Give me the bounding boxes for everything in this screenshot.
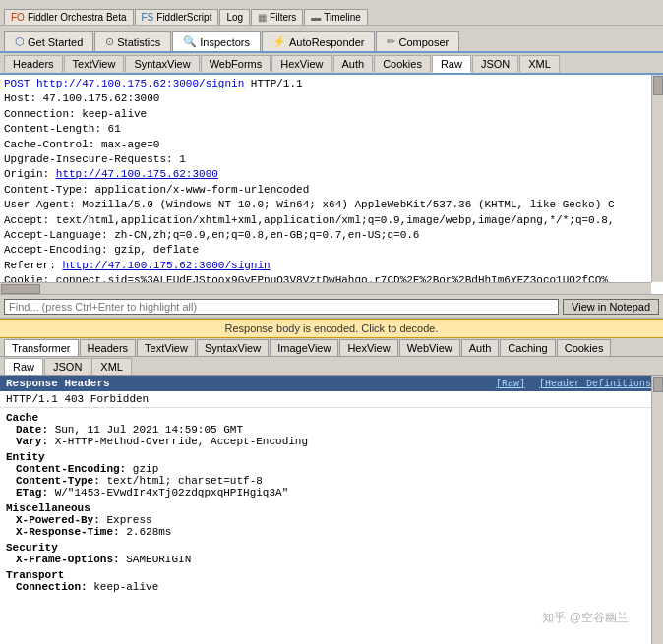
subtab-headers[interactable]: Headers bbox=[4, 55, 63, 72]
request-subtab-bar: Headers TextView SyntaxView WebForms Hex… bbox=[0, 53, 663, 75]
cache-prop-0: Date: Sun, 11 Jul 2021 14:59:05 GMT bbox=[16, 424, 651, 436]
req-line-1: Host: 47.100.175.62:3000 bbox=[4, 91, 659, 106]
resp-subtab-json[interactable]: JSON bbox=[44, 358, 90, 375]
tab-autoresponder[interactable]: ⚡ AutoResponder bbox=[262, 31, 375, 51]
resp-tab-auth[interactable]: Auth bbox=[461, 339, 500, 356]
section-cache-body: Date: Sun, 11 Jul 2021 14:59:05 GMT Vary… bbox=[0, 424, 651, 447]
main-tab-bar: ⬡ Get Started ⊙ Statistics 🔍 Inspectors … bbox=[0, 26, 663, 53]
resp-tab-transformer[interactable]: Transformer bbox=[4, 339, 79, 356]
section-transport: Transport Connection: keep-alive bbox=[0, 569, 651, 593]
resp-tab-imageview[interactable]: ImageView bbox=[270, 339, 338, 356]
fs-icon: FS bbox=[142, 12, 154, 23]
find-input[interactable] bbox=[4, 299, 559, 315]
tab-fiddlerscript[interactable]: FS FiddlerScript bbox=[135, 9, 219, 25]
vertical-scrollbar[interactable] bbox=[651, 75, 663, 282]
resp-tab-webview[interactable]: WebView bbox=[399, 339, 460, 356]
response-tab-bar: Transformer Headers TextView SyntaxView … bbox=[0, 338, 663, 357]
req-line-9: Accept: text/html,application/xhtml+xml,… bbox=[4, 213, 659, 228]
entity-prop-2: ETag: W/"1453-EVwdIr4xTj02zdqpxqHPIHgiq3… bbox=[16, 487, 651, 498]
horizontal-scrollbar[interactable] bbox=[0, 282, 651, 294]
tab-inspectors[interactable]: 🔍 Inspectors bbox=[172, 31, 261, 51]
subtab-syntaxview[interactable]: SyntaxView bbox=[125, 55, 199, 72]
header-defs-link[interactable]: [Header Definitions] bbox=[539, 379, 657, 389]
subtab-textview[interactable]: TextView bbox=[64, 55, 125, 72]
tab-fiddler-orchestra[interactable]: FO Fiddler Orchestra Beta bbox=[4, 9, 134, 25]
app-tab-bar: FO Fiddler Orchestra Beta FS FiddlerScri… bbox=[0, 0, 663, 26]
resp-tab-headers[interactable]: Headers bbox=[80, 339, 137, 356]
inspectors-icon: 🔍 bbox=[183, 35, 197, 48]
req-line-2: Connection: keep-alive bbox=[4, 107, 659, 122]
req-line-0: POST http://47.100.175.62:3000/signin HT… bbox=[4, 77, 659, 91]
decode-banner[interactable]: Response body is encoded. Click to decod… bbox=[0, 319, 663, 338]
entity-prop-1: Content-Type: text/html; charset=utf-8 bbox=[16, 475, 651, 487]
transport-prop-0: Connection: keep-alive bbox=[16, 581, 651, 593]
resp-tab-caching[interactable]: Caching bbox=[500, 339, 555, 356]
status-line: HTTP/1.1 403 Forbidden bbox=[0, 391, 663, 408]
request-text-area: POST http://47.100.175.62:3000/signin HT… bbox=[0, 75, 663, 294]
scrollbar-thumb-h[interactable] bbox=[1, 284, 40, 294]
scrollbar-thumb-v[interactable] bbox=[653, 76, 663, 95]
resp-tab-cookies[interactable]: Cookies bbox=[557, 339, 612, 356]
section-misc: Miscellaneous X-Powered-By: Express X-Re… bbox=[0, 502, 651, 538]
req-line-3: Content-Length: 61 bbox=[4, 122, 659, 137]
response-headers-area: Response Headers [Raw] [Header Definitio… bbox=[0, 376, 663, 644]
section-cache: Cache Date: Sun, 11 Jul 2021 14:59:05 GM… bbox=[0, 412, 651, 447]
section-entity-title: Entity bbox=[0, 451, 651, 463]
misc-prop-0: X-Powered-By: Express bbox=[16, 514, 651, 526]
req-line-4: Cache-Control: max-age=0 bbox=[4, 138, 659, 152]
tab-log[interactable]: Log bbox=[219, 9, 250, 25]
resp-tab-textview[interactable]: TextView bbox=[137, 339, 196, 356]
tab-statistics[interactable]: ⊙ Statistics bbox=[94, 31, 171, 51]
subtab-xml[interactable]: XML bbox=[519, 55, 560, 72]
req-line-8: User-Agent: Mozilla/5.0 (Windows NT 10.0… bbox=[4, 198, 659, 212]
statistics-icon: ⊙ bbox=[105, 35, 114, 48]
resp-tab-syntaxview[interactable]: SyntaxView bbox=[197, 339, 269, 356]
section-misc-title: Miscellaneous bbox=[0, 502, 651, 514]
subtab-hexview[interactable]: HexView bbox=[271, 55, 332, 72]
timeline-icon: ▬ bbox=[311, 12, 321, 23]
section-security: Security X-Frame-Options: SAMEORIGIN bbox=[0, 542, 651, 565]
fo-icon: FO bbox=[11, 12, 25, 23]
section-transport-title: Transport bbox=[0, 569, 651, 581]
subtab-raw[interactable]: Raw bbox=[432, 55, 471, 73]
tab-composer[interactable]: ✏ Composer bbox=[376, 31, 459, 51]
resp-subtab-raw[interactable]: Raw bbox=[4, 358, 43, 375]
composer-icon: ✏ bbox=[387, 35, 395, 48]
autoresponder-icon: ⚡ bbox=[272, 35, 286, 48]
section-security-title: Security bbox=[0, 542, 651, 554]
filters-icon: ▦ bbox=[258, 12, 267, 23]
section-entity: Entity Content-Encoding: gzip Content-Ty… bbox=[0, 451, 651, 498]
subtab-auth[interactable]: Auth bbox=[333, 55, 374, 72]
req-origin-link[interactable]: http://47.100.175.62:3000 bbox=[56, 168, 218, 180]
find-bar: View in Notepad bbox=[0, 294, 663, 318]
security-prop-0: X-Frame-Options: SAMEORIGIN bbox=[16, 554, 651, 565]
req-url-link[interactable]: POST http://47.100.175.62:3000/signin bbox=[4, 78, 244, 89]
tab-timeline[interactable]: ▬ Timeline bbox=[304, 9, 367, 25]
req-line-11: Accept-Encoding: gzip, deflate bbox=[4, 243, 659, 258]
cache-prop-1: Vary: X-HTTP-Method-Override, Accept-Enc… bbox=[16, 436, 651, 447]
resp-subtab-xml[interactable]: XML bbox=[91, 358, 132, 375]
resp-scrollbar-thumb[interactable] bbox=[653, 377, 663, 392]
req-line-7: Content-Type: application/x-www-form-url… bbox=[4, 183, 659, 198]
tab-filters[interactable]: ▦ Filters bbox=[251, 9, 303, 25]
raw-link[interactable]: [Raw] bbox=[496, 379, 525, 389]
tab-getstarted[interactable]: ⬡ Get Started bbox=[4, 31, 93, 51]
response-subtab-bar: Raw JSON XML bbox=[0, 357, 663, 376]
entity-prop-0: Content-Encoding: gzip bbox=[16, 463, 651, 475]
subtab-webforms[interactable]: WebForms bbox=[201, 55, 271, 72]
req-line-6: Origin: http://47.100.175.62:3000 bbox=[4, 167, 659, 182]
req-line-12: Referer: http://47.100.175.62:3000/signi… bbox=[4, 259, 659, 273]
misc-prop-1: X-Response-Time: 2.628ms bbox=[16, 526, 651, 538]
getstarted-icon: ⬡ bbox=[15, 35, 25, 48]
view-in-notepad-button[interactable]: View in Notepad bbox=[563, 299, 659, 315]
resp-tab-hexview[interactable]: HexView bbox=[339, 339, 397, 356]
req-line-10: Accept-Language: zh-CN,zh;q=0.9,en;q=0.8… bbox=[4, 228, 659, 243]
subtab-cookies[interactable]: Cookies bbox=[374, 55, 431, 72]
subtab-json[interactable]: JSON bbox=[472, 55, 518, 72]
section-cache-title: Cache bbox=[0, 412, 651, 424]
headers-scroll-area[interactable]: Cache Date: Sun, 11 Jul 2021 14:59:05 GM… bbox=[0, 408, 663, 633]
response-headers-title: Response Headers [Raw] [Header Definitio… bbox=[0, 376, 663, 391]
req-referer-link[interactable]: http://47.100.175.62:3000/signin bbox=[62, 260, 270, 271]
section-security-body: X-Frame-Options: SAMEORIGIN bbox=[0, 554, 651, 565]
resp-vertical-scrollbar[interactable] bbox=[651, 376, 663, 644]
